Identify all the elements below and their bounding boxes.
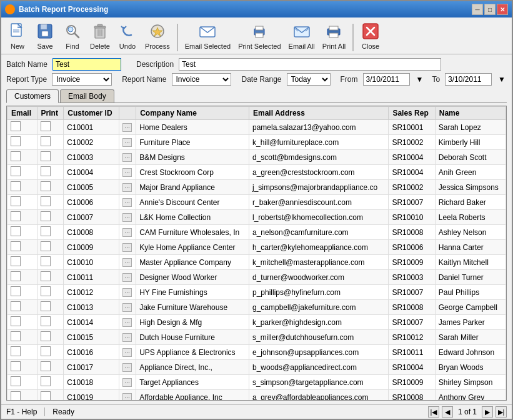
last-page-button[interactable]: ▶| [496,406,507,418]
report-type-select[interactable]: Invoice [52,73,112,86]
cell-dots-btn[interactable]: ··· [119,180,136,195]
tab-email-body[interactable]: Email Body [60,89,114,102]
cell-email-check[interactable] [7,225,37,240]
cell-print-check[interactable] [37,255,64,270]
cell-print-check[interactable] [37,330,64,345]
cell-name: George Campbell [435,300,506,315]
to-date-input[interactable] [445,73,492,86]
cell-dots-btn[interactable]: ··· [119,300,136,315]
minimize-button[interactable]: ─ [472,4,483,15]
cell-email-check[interactable] [7,285,37,300]
email-all-label: Email All [289,42,315,50]
prev-page-button[interactable]: ◀ [442,406,453,418]
table-row: C10015 ··· Dutch House Furniture s_mille… [7,330,506,345]
cell-print-check[interactable] [37,225,64,240]
print-all-button[interactable]: Print All [320,20,348,51]
cell-print-check[interactable] [37,120,64,135]
cell-email-check[interactable] [7,345,37,360]
cell-dots-btn[interactable]: ··· [119,255,136,270]
maximize-button[interactable]: □ [484,4,496,15]
cell-print-check[interactable] [37,360,64,375]
cell-dots-btn[interactable]: ··· [119,210,136,225]
next-page-button[interactable]: ▶ [482,406,493,418]
cell-email-check[interactable] [7,210,37,225]
cell-dots-btn[interactable]: ··· [119,315,136,330]
date-dropdown-2[interactable]: ▼ [498,75,506,84]
report-name-select[interactable]: Invoice [172,73,232,86]
cell-name: Daniel Turner [435,270,506,285]
print-selected-button[interactable]: Print Selected [236,20,283,51]
cell-email-check[interactable] [7,255,37,270]
tab-customers[interactable]: Customers [6,89,59,103]
cell-dots-btn[interactable]: ··· [119,195,136,210]
delete-button[interactable]: Delete [87,20,112,51]
process-button[interactable]: Process [142,20,172,51]
cell-email-check[interactable] [7,150,37,165]
cell-email-check[interactable] [7,180,37,195]
first-page-button[interactable]: |◀ [428,406,439,418]
svg-line-7 [74,33,79,38]
cell-email-check[interactable] [7,360,37,375]
cell-email-check[interactable] [7,270,37,285]
undo-icon [117,21,137,41]
cell-dots-btn[interactable]: ··· [119,390,136,401]
customers-table-container[interactable]: Email Print Customer ID Company Name Ema… [6,106,507,401]
cell-dots-btn[interactable]: ··· [119,240,136,255]
cell-email-check[interactable] [7,165,37,180]
cell-print-check[interactable] [37,315,64,330]
cell-email-address: g_campbell@jakefurniture.com [249,300,389,315]
cell-email-check[interactable] [7,195,37,210]
cell-print-check[interactable] [37,210,64,225]
description-input[interactable]: Test [179,58,441,71]
cell-customer-id: C10008 [64,225,119,240]
cell-dots-btn[interactable]: ··· [119,285,136,300]
cell-email-check[interactable] [7,330,37,345]
cell-dots-btn[interactable]: ··· [119,120,136,135]
close-window-button[interactable]: ✕ [497,4,508,15]
cell-print-check[interactable] [37,270,64,285]
cell-dots-btn[interactable]: ··· [119,330,136,345]
cell-print-check[interactable] [37,195,64,210]
cell-email-check[interactable] [7,375,37,390]
cell-print-check[interactable] [37,150,64,165]
email-all-button[interactable]: Email All [286,20,317,51]
batch-name-input[interactable]: Test [52,58,121,71]
col-sales-rep: Sales Rep [389,107,435,120]
cell-email-check[interactable] [7,300,37,315]
cell-dots-btn[interactable]: ··· [119,225,136,240]
cell-print-check[interactable] [37,375,64,390]
cell-dots-btn[interactable]: ··· [119,375,136,390]
cell-print-check[interactable] [37,180,64,195]
cell-dots-btn[interactable]: ··· [119,135,136,150]
cell-print-check[interactable] [37,135,64,150]
cell-dots-btn[interactable]: ··· [119,345,136,360]
email-selected-button[interactable]: Email Selected [182,20,233,51]
save-button[interactable]: Save [32,20,57,51]
cell-email-check[interactable] [7,135,37,150]
new-button[interactable]: New [5,20,30,51]
cell-dots-btn[interactable]: ··· [119,150,136,165]
cell-print-check[interactable] [37,165,64,180]
cell-print-check[interactable] [37,300,64,315]
cell-dots-btn[interactable]: ··· [119,270,136,285]
from-date-input[interactable] [363,73,410,86]
date-dropdown-1[interactable]: ▼ [416,75,424,84]
cell-dots-btn[interactable]: ··· [119,360,136,375]
undo-button[interactable]: Undo [115,20,140,51]
cell-email-check[interactable] [7,240,37,255]
cell-email-check[interactable] [7,315,37,330]
date-range-select[interactable]: Today [287,73,331,86]
close-button[interactable]: Close [358,20,383,51]
cell-dots-btn[interactable]: ··· [119,165,136,180]
cell-print-check[interactable] [37,285,64,300]
cell-email-check[interactable] [7,120,37,135]
table-row: C10007 ··· L&K Home Collection l_roberts… [7,210,506,225]
cell-print-check[interactable] [37,345,64,360]
cell-sales-rep: SR10004 [389,165,435,180]
cell-sales-rep: SR10009 [389,375,435,390]
cell-email-check[interactable] [7,390,37,401]
cell-customer-id: C10003 [64,150,119,165]
cell-print-check[interactable] [37,240,64,255]
cell-print-check[interactable] [37,390,64,401]
find-button[interactable]: Find [60,20,85,51]
